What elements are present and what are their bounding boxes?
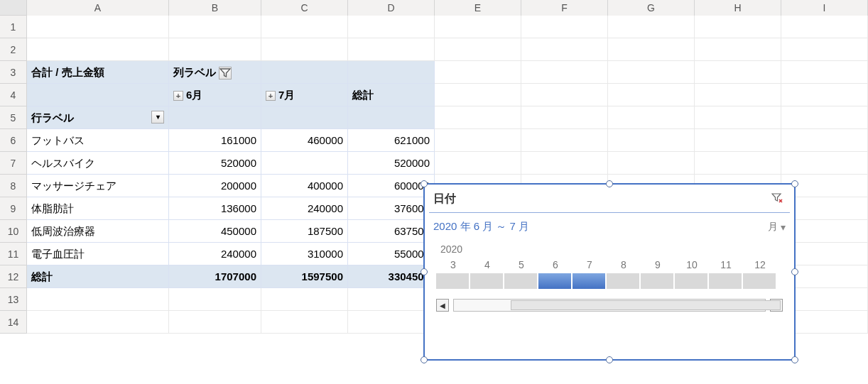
scroll-track[interactable] <box>453 299 766 312</box>
cell[interactable] <box>27 288 169 311</box>
pivot-value-cell[interactable]: 376000 <box>348 197 435 220</box>
row-header-8[interactable]: 8 <box>0 175 27 197</box>
cell[interactable] <box>435 84 521 106</box>
cell[interactable] <box>781 38 868 61</box>
pivot-value-cell[interactable]: 136000 <box>169 197 261 220</box>
cell[interactable] <box>348 16 435 38</box>
cell[interactable] <box>261 16 348 38</box>
cell[interactable] <box>169 16 261 38</box>
cell[interactable] <box>348 288 435 311</box>
cell[interactable] <box>169 311 261 334</box>
timeline-level-select[interactable]: 月 ▾ <box>768 221 786 234</box>
cell[interactable] <box>608 106 695 129</box>
resize-handle[interactable] <box>421 180 428 187</box>
cell[interactable] <box>521 38 608 61</box>
resize-handle[interactable] <box>791 180 798 187</box>
cell[interactable] <box>27 311 169 334</box>
row-header-2[interactable]: 2 <box>0 38 27 61</box>
expand-button[interactable]: + <box>173 91 183 101</box>
timeline-month-block[interactable] <box>436 273 469 289</box>
row-header-7[interactable]: 7 <box>0 152 27 175</box>
cell[interactable] <box>521 61 608 84</box>
pivot-row-label[interactable]: 体脂肪計 <box>27 197 169 220</box>
pivot-value-cell[interactable]: 187500 <box>261 220 348 243</box>
pivot-value-cell[interactable]: 240000 <box>261 197 348 220</box>
pivot-value-cell[interactable]: 450000 <box>169 220 261 243</box>
timeline-month-block[interactable] <box>573 273 605 289</box>
timeline-month-block[interactable] <box>538 273 571 289</box>
pivot-row-label[interactable]: ヘルスバイク <box>27 152 169 175</box>
cell[interactable] <box>435 152 521 175</box>
cell[interactable] <box>169 106 261 129</box>
expand-button[interactable]: + <box>266 91 276 101</box>
timeline-slicer[interactable]: 日付 2020 年 6 月 ～ 7 月 月 ▾ 2020 34567891011… <box>423 183 796 361</box>
cell[interactable] <box>27 84 169 106</box>
timeline-month-block[interactable] <box>743 273 776 289</box>
cell[interactable] <box>781 61 868 84</box>
resize-handle[interactable] <box>421 268 428 275</box>
pivot-row-label[interactable]: マッサージチェア <box>27 175 169 197</box>
row-header-10[interactable]: 10 <box>0 220 27 243</box>
pivot-value-cell[interactable]: 637500 <box>348 220 435 243</box>
row-dropdown-button[interactable]: ▾ <box>151 111 164 124</box>
cell[interactable] <box>608 61 695 84</box>
pivot-value-cell[interactable]: 460000 <box>261 129 348 152</box>
timeline-month-block[interactable] <box>470 273 503 289</box>
cell[interactable] <box>608 38 695 61</box>
row-header-3[interactable]: 3 <box>0 61 27 84</box>
pivot-value-cell[interactable]: 240000 <box>169 243 261 265</box>
cell[interactable]: 行ラベル▾ <box>27 106 169 129</box>
cell[interactable] <box>521 84 608 106</box>
resize-handle[interactable] <box>791 268 798 275</box>
row-header-14[interactable]: 14 <box>0 311 27 334</box>
row-header-4[interactable]: 4 <box>0 84 27 106</box>
timeline-month-block[interactable] <box>709 273 742 289</box>
pivot-grand-value[interactable]: 1597500 <box>261 265 348 288</box>
cell[interactable] <box>435 106 521 129</box>
timeline-month-block[interactable] <box>607 273 639 289</box>
pivot-row-label[interactable]: 電子血圧計 <box>27 243 169 265</box>
scroll-left-button[interactable]: ◀ <box>436 299 449 312</box>
row-header-5[interactable]: 5 <box>0 106 27 129</box>
cell[interactable] <box>261 38 348 61</box>
pivot-grand-value[interactable]: 1707000 <box>169 265 261 288</box>
row-header-13[interactable]: 13 <box>0 288 27 311</box>
column-filter-button[interactable] <box>219 67 232 79</box>
column-header-F[interactable]: F <box>521 0 608 16</box>
timeline-scrollbar[interactable]: ◀ ▶ <box>429 289 790 312</box>
resize-handle[interactable] <box>606 180 613 187</box>
cell[interactable] <box>695 152 781 175</box>
cell[interactable] <box>695 38 781 61</box>
pivot-row-label[interactable]: 低周波治療器 <box>27 220 169 243</box>
cell[interactable]: +7月 <box>261 84 348 106</box>
cell[interactable] <box>695 61 781 84</box>
cell[interactable] <box>435 61 521 84</box>
cell[interactable] <box>521 152 608 175</box>
cell[interactable] <box>521 106 608 129</box>
cell[interactable] <box>695 106 781 129</box>
timeline-month-block[interactable] <box>504 273 537 289</box>
column-header-C[interactable]: C <box>261 0 348 16</box>
resize-handle[interactable] <box>606 356 613 363</box>
pivot-grand-row-label[interactable]: 総計 <box>27 265 169 288</box>
pivot-value-cell[interactable]: 161000 <box>169 129 261 152</box>
cell[interactable] <box>521 129 608 152</box>
cell[interactable] <box>608 152 695 175</box>
cell[interactable] <box>27 16 169 38</box>
column-header-G[interactable]: G <box>608 0 695 16</box>
column-header-A[interactable]: A <box>27 0 169 16</box>
resize-handle[interactable] <box>421 356 428 363</box>
column-header-D[interactable]: D <box>348 0 435 16</box>
row-header-6[interactable]: 6 <box>0 129 27 152</box>
timeline-blocks[interactable] <box>436 273 783 289</box>
cell[interactable] <box>261 61 348 84</box>
pivot-value-cell[interactable]: 621000 <box>348 129 435 152</box>
cell[interactable] <box>261 288 348 311</box>
row-header-1[interactable]: 1 <box>0 16 27 38</box>
row-header-12[interactable]: 12 <box>0 265 27 288</box>
pivot-value-cell[interactable] <box>261 152 348 175</box>
cell[interactable] <box>695 84 781 106</box>
cell[interactable] <box>435 129 521 152</box>
timeline-month-block[interactable] <box>675 273 707 289</box>
column-header-B[interactable]: B <box>169 0 261 16</box>
